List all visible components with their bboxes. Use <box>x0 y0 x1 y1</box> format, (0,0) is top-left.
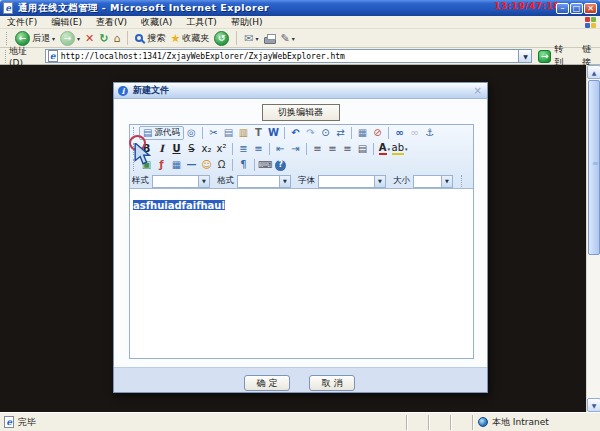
insert-flash-button[interactable]: ƒ <box>154 158 169 172</box>
italic-button[interactable]: I <box>154 142 169 156</box>
favorites-button[interactable]: ★ 收藏夹 <box>170 32 209 45</box>
unordered-list-button[interactable]: ≡ <box>251 142 266 156</box>
chevron-down-icon[interactable]: ▾ <box>77 35 80 42</box>
copy-button[interactable]: ▤ <box>221 126 236 140</box>
format-combo-select[interactable]: ▼ <box>237 175 291 188</box>
stop-button[interactable]: ✕ <box>85 33 94 44</box>
universal-keyboard-button[interactable]: ⌨ <box>258 158 273 172</box>
scroll-up-icon[interactable]: ▲ <box>587 65 600 79</box>
chevron-down-icon[interactable]: ▾ <box>388 146 391 152</box>
superscript-button[interactable]: x² <box>214 142 229 156</box>
find-button[interactable]: ⊙ <box>318 126 333 140</box>
cancel-button[interactable]: 取 消 <box>309 375 355 391</box>
font-combo-select[interactable]: ▼ <box>318 175 386 188</box>
chevron-down-icon[interactable]: ▾ <box>256 35 259 42</box>
ok-button[interactable]: 确 定 <box>244 375 290 391</box>
align-right-button[interactable]: ≡ <box>340 142 355 156</box>
maximize-button[interactable]: □ <box>570 3 583 14</box>
undo-button[interactable]: ↶ <box>288 126 303 140</box>
title-bar[interactable]: e 通用在线文档管理 - Microsoft Internet Explorer… <box>0 0 600 16</box>
chevron-down-icon[interactable]: ▼ <box>441 176 452 187</box>
align-left-button[interactable]: ≡ <box>310 142 325 156</box>
chevron-down-icon[interactable]: ▼ <box>374 176 385 187</box>
edit-button[interactable]: ✎ ▾ <box>281 33 295 44</box>
cut-button[interactable]: ✂ <box>206 126 221 140</box>
menu-tools[interactable]: 工具(T) <box>179 16 224 29</box>
paste-word-button[interactable]: W <box>266 126 281 140</box>
chevron-down-icon[interactable]: ▼ <box>279 176 290 187</box>
ordered-list-icon: ≣ <box>239 144 247 154</box>
special-char-button[interactable]: Ω <box>214 158 229 172</box>
chevron-down-icon[interactable]: ▾ <box>405 146 408 152</box>
outdent-button[interactable]: ⇤ <box>273 142 288 156</box>
print-icon <box>264 37 276 44</box>
toolbar-separator <box>284 127 285 139</box>
about-button[interactable]: ? <box>273 158 288 172</box>
source-button[interactable]: ▤源代码 <box>139 126 184 140</box>
underline-button[interactable]: U <box>169 142 184 156</box>
size-combo-select[interactable]: ▼ <box>413 175 453 188</box>
home-button[interactable]: ⌂ <box>113 33 120 44</box>
justify-button[interactable]: ▤ <box>355 142 370 156</box>
select-all-button[interactable]: ▦ <box>355 126 370 140</box>
back-button[interactable]: ← 后退 ▾ <box>15 31 55 46</box>
search-button[interactable]: 搜索 <box>135 32 165 45</box>
strikethrough-icon: S <box>188 144 194 154</box>
page-break-button[interactable]: ¶ <box>236 158 251 172</box>
mail-button[interactable]: ✉ ▾ <box>244 33 258 44</box>
editor-content-area[interactable]: asfhuiadfaifhaui <box>130 189 473 358</box>
rich-text-editor: ▤源代码◎✂▤▥TW↶↷⊙⇄▦⊘∞∞⚓ BIUSx₂x²≣≡⇤⇥≡≡≡▤A▾ab… <box>129 124 474 359</box>
search-icon <box>135 34 143 42</box>
indent-button[interactable]: ⇥ <box>288 142 303 156</box>
chevron-down-icon[interactable]: ▼ <box>198 176 209 187</box>
scroll-down-icon[interactable]: ▼ <box>587 398 600 412</box>
horizontal-rule-button[interactable]: — <box>184 158 199 172</box>
paste-text-button[interactable]: T <box>251 126 266 140</box>
style-combo-select[interactable]: ▼ <box>152 175 210 188</box>
preview-button[interactable]: ◎ <box>184 126 199 140</box>
link-button[interactable]: ∞ <box>392 126 407 140</box>
menu-favorites[interactable]: 收藏(A) <box>134 16 179 29</box>
address-input[interactable]: e http://localhost:1341/ZxjayWebExplorer… <box>45 49 533 63</box>
anchor-button[interactable]: ⚓ <box>422 126 437 140</box>
ordered-list-button[interactable]: ≣ <box>236 142 251 156</box>
menu-edit[interactable]: 编辑(E) <box>44 16 89 29</box>
refresh-button[interactable]: ↻ <box>99 33 108 44</box>
subscript-button[interactable]: x₂ <box>199 142 214 156</box>
chevron-down-icon[interactable]: ▾ <box>52 35 55 42</box>
paste-button[interactable]: ▥ <box>236 126 251 140</box>
address-dropdown-button[interactable]: ▼ <box>518 50 531 62</box>
highlight-color-button[interactable]: ab▾ <box>392 142 407 156</box>
remove-format-button[interactable]: ⊘ <box>370 126 385 140</box>
history-button[interactable]: ↺ <box>214 31 229 46</box>
dialog-title-bar[interactable]: i 新建文件 × <box>114 83 487 99</box>
insert-table-button[interactable]: ▦ <box>169 158 184 172</box>
underline-icon: U <box>172 144 180 154</box>
switch-editor-button[interactable]: 切换编辑器 <box>262 104 340 121</box>
menu-file[interactable]: 文件(F) <box>0 16 44 29</box>
size-combo-label: 大小 <box>393 175 410 187</box>
forward-button[interactable]: → ▾ <box>60 31 80 46</box>
print-button[interactable] <box>264 33 276 44</box>
unlink-button[interactable]: ∞ <box>407 126 422 140</box>
minimize-button[interactable]: – <box>556 3 569 14</box>
text-color-button[interactable]: A▾ <box>377 142 392 156</box>
replace-button[interactable]: ⇄ <box>333 126 348 140</box>
menu-view[interactable]: 查看(V) <box>89 16 134 29</box>
smiley-button[interactable]: ☺ <box>199 158 214 172</box>
source-button-label: 源代码 <box>154 127 180 139</box>
replace-icon: ⇄ <box>336 128 344 138</box>
dialog-close-icon[interactable]: × <box>474 85 482 96</box>
refresh-icon: ↻ <box>99 33 108 44</box>
selected-text[interactable]: asfhuiadfaifhaui <box>133 200 225 211</box>
chevron-down-icon[interactable]: ▾ <box>292 35 295 42</box>
scrollbar-thumb[interactable] <box>588 80 600 255</box>
menu-help[interactable]: 帮助(H) <box>224 16 270 29</box>
redo-button[interactable]: ↷ <box>303 126 318 140</box>
close-button[interactable]: ✕ <box>584 3 597 14</box>
paste-text-icon: T <box>255 128 262 138</box>
vertical-scrollbar[interactable]: ▲ ▼ <box>586 65 600 412</box>
strikethrough-button[interactable]: S <box>184 142 199 156</box>
align-center-button[interactable]: ≡ <box>325 142 340 156</box>
home-icon: ⌂ <box>113 33 120 44</box>
